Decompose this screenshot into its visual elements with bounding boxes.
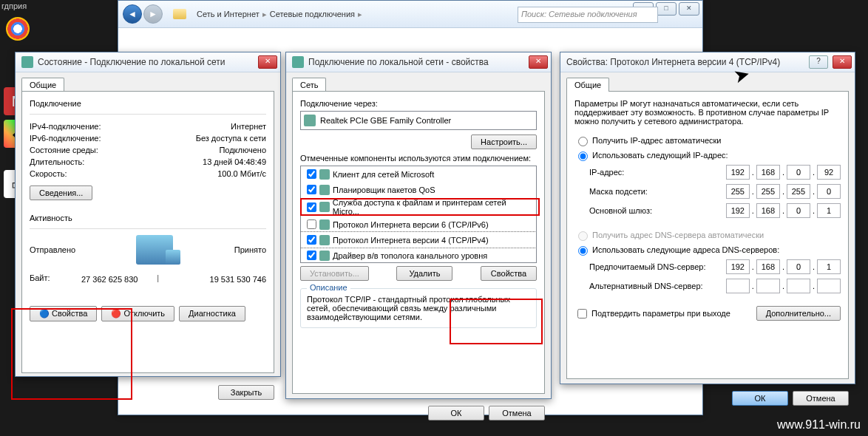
props-title: Подключение по локальной сети - свойства — [308, 57, 489, 67]
component-item[interactable]: Служба доступа к файлам и принтерам сете… — [301, 197, 536, 217]
install-button[interactable]: Установить... — [300, 266, 369, 281]
status-title: Состояние - Подключение по локальной сет… — [38, 57, 226, 67]
props-title-bar: Подключение по локальной сети - свойства… — [286, 52, 551, 72]
component-icon — [319, 169, 330, 180]
ipv4-intro-text: Параметры IP могут назначаться автоматич… — [574, 99, 841, 126]
dns1-label: Предпочитаемый DNS-сервер: — [589, 262, 705, 271]
recv-label: Принято — [234, 245, 266, 254]
alternate-dns-input[interactable]: ... — [726, 279, 841, 293]
gateway-label: Основной шлюз: — [589, 206, 652, 215]
sent-label: Отправлено — [30, 245, 75, 254]
components-label: Отмеченные компоненты используются этим … — [300, 154, 537, 163]
components-list[interactable]: Клиент для сетей Microsoft Планировщик п… — [300, 166, 537, 263]
component-icon — [319, 235, 330, 245]
nav-back-button[interactable]: ◄ — [123, 4, 142, 24]
radio-auto-ip[interactable]: Получить IP-адрес автоматически — [574, 133, 841, 148]
activity-monitors-icon — [136, 235, 173, 265]
component-properties-button[interactable]: Свойства — [481, 266, 537, 281]
details-button[interactable]: Сведения... — [30, 185, 92, 200]
gateway-input[interactable]: 192.168.0.1 — [726, 203, 841, 218]
ip-label: IP-адрес: — [589, 168, 624, 177]
component-icon — [319, 251, 330, 261]
component-icon — [319, 202, 330, 212]
subnet-mask-input[interactable]: 255.255.255.0 — [726, 184, 841, 199]
maximize-button[interactable]: □ — [656, 2, 677, 16]
validate-checkbox[interactable] — [577, 309, 587, 319]
dns2-label: Альтернативный DNS-сервер: — [589, 282, 703, 290]
explorer-toolbar: ◄ ► Сеть и Интернет▸ Сетевые подключения… — [118, 1, 702, 28]
component-item-selected[interactable]: Протокол Интернета версии 4 (TCP/IPv4) — [301, 232, 536, 248]
ipv4-close-button[interactable]: ✕ — [833, 55, 852, 69]
adapter-field: Realtek PCIe GBE Family Controller — [300, 111, 537, 130]
cancel-button[interactable]: Отмена — [489, 406, 545, 420]
uninstall-button[interactable]: Удалить — [396, 266, 452, 281]
ipv4-properties-dialog: Свойства: Протокол Интернета версии 4 (T… — [560, 52, 855, 384]
component-item[interactable]: Драйвер в/в тополога канального уровня — [301, 248, 536, 263]
status-title-bar: Состояние - Подключение по локальной сет… — [16, 52, 280, 72]
ipv4-title: Свойства: Протокол Интернета версии 4 (T… — [566, 57, 780, 67]
breadcrumb[interactable]: Сеть и Интернет▸ Сетевые подключения▸ — [197, 10, 362, 19]
description-legend: Описание — [307, 283, 350, 292]
mask-label: Маска подсети: — [589, 187, 648, 196]
status-close-button[interactable]: ✕ — [258, 55, 277, 69]
component-icon — [319, 185, 330, 195]
disable-button[interactable]: 🔴 Отключить — [101, 306, 174, 321]
description-text: Протокол TCP/IP - стандартный протокол г… — [307, 295, 530, 321]
activity-group-label: Активность — [30, 214, 266, 222]
network-icon — [292, 56, 304, 68]
component-item[interactable]: Клиент для сетей Microsoft — [301, 166, 536, 182]
desktop: гдприя M ◆ ▭ — □ ✕ ◄ ► Сеть и Интернет▸ … — [0, 0, 868, 436]
preferred-dns-input[interactable]: 192.168.0.1 — [726, 259, 841, 274]
advanced-button[interactable]: Дополнительно... — [756, 306, 841, 321]
radio-manual-ip[interactable]: Использовать следующий IP-адрес: — [574, 148, 841, 163]
tab-general[interactable]: Общие — [21, 78, 64, 92]
connection-properties-dialog: Подключение по локальной сети - свойства… — [285, 52, 552, 399]
connection-status-dialog: Состояние - Подключение по локальной сет… — [15, 52, 281, 377]
bytes-sent: 27 362 625 830 — [81, 275, 138, 284]
properties-button[interactable]: 🔵 Свойства — [30, 306, 97, 321]
diagnose-button[interactable]: Диагностика — [179, 306, 245, 321]
ok-button[interactable]: ОК — [428, 406, 484, 420]
connect-via-label: Подключение через: — [300, 99, 537, 108]
watermark: www.911-win.ru — [777, 418, 861, 432]
component-item[interactable]: Протокол Интернета версии 6 (TCP/IPv6) — [301, 217, 536, 232]
adapter-icon — [304, 115, 316, 126]
component-item[interactable]: Планировщик пакетов QoS — [301, 182, 536, 197]
bytes-label: Байт: — [30, 273, 50, 282]
bytes-recv: 19 531 530 746 — [210, 275, 266, 284]
nav-forward-button[interactable]: ► — [143, 4, 163, 24]
radio-manual-dns[interactable]: Использовать следующие адреса DNS-сервер… — [574, 242, 841, 257]
radio-auto-dns: Получить адрес DNS-сервера автоматически — [574, 228, 841, 242]
close-button[interactable]: Закрыть — [218, 385, 274, 400]
tab-ipv4-general[interactable]: Общие — [566, 78, 609, 92]
folder-icon — [173, 9, 186, 19]
ip-address-input[interactable]: 192.168.0.92 — [726, 165, 841, 180]
cancel-button[interactable]: Отмена — [793, 391, 849, 406]
ok-button[interactable]: ОК — [732, 391, 788, 406]
props-close-button[interactable]: ✕ — [529, 55, 548, 69]
tab-network[interactable]: Сеть — [292, 78, 326, 92]
component-icon — [319, 219, 330, 230]
chrome-icon[interactable] — [4, 15, 32, 43]
ipv4-title-bar: Свойства: Протокол Интернета версии 4 (T… — [560, 52, 855, 72]
search-input[interactable]: Поиск: Сетевые подключения — [518, 7, 658, 23]
configure-button[interactable]: Настроить... — [471, 134, 537, 149]
close-button[interactable]: ✕ — [679, 2, 699, 16]
connection-rows: IPv4-подключение:Интернет IPv6-подключен… — [30, 120, 266, 180]
help-button[interactable]: ? — [809, 55, 828, 69]
network-icon — [21, 56, 33, 68]
connection-group-label: Подключение — [30, 99, 266, 108]
